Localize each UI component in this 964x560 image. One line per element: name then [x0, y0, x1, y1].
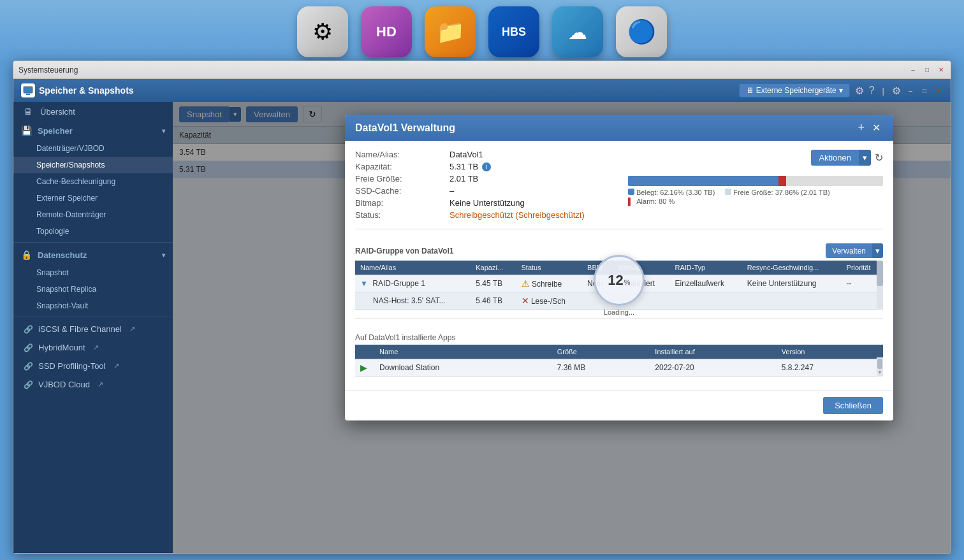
app-titlebar-controls: 🖥 Externe Speichergeräte ▾ ⚙ ? | ⚙ – □ ✕ — [739, 83, 943, 97]
ubersicht-icon: 🖥 — [24, 106, 35, 117]
scroll-indicator[interactable] — [877, 261, 883, 310]
datenschutz-icon: 🔒 — [21, 250, 33, 260]
expand-icon: ▼ — [360, 279, 368, 288]
sidebar-item-hybridmount[interactable]: 🔗 HybridMount ↗ — [13, 338, 173, 357]
window-close-button[interactable]: ✕ — [937, 66, 946, 75]
raid-cap-1: 5.45 TB — [471, 275, 516, 292]
value-ssd: – — [449, 186, 585, 196]
settings-icon[interactable]: ⚙ — [855, 85, 864, 97]
dock-icon-cloud[interactable]: ☁ — [552, 6, 603, 57]
modal-dialog: DataVol1 Verwaltung + ✕ Name/Alias: Data… — [345, 115, 893, 420]
link-icon-ssd: 🔗 — [24, 362, 33, 371]
app-row[interactable]: ▶ Download Station 7.36 MB 2022-07-20 5.… — [355, 359, 883, 377]
modal-close-button[interactable]: ✕ — [870, 122, 883, 134]
window-minimize-button[interactable]: – — [909, 66, 917, 75]
dock-icon-folder[interactable]: 📁 — [425, 6, 476, 57]
loading-circle: 12 % — [594, 255, 645, 306]
info-icon[interactable]: i — [482, 162, 491, 171]
sidebar-sub-speicher-snapshots[interactable]: Speicher/Snapshots — [13, 157, 173, 173]
svg-rect-0 — [24, 87, 33, 93]
info-grid: Name/Alias: DataVol1 Kapazität: 5.31 TB … — [355, 150, 585, 220]
raid-name-1: ▼ RAID-Gruppe 1 — [355, 275, 471, 292]
external-link-icon-iscsi: ↗ — [129, 325, 135, 333]
sidebar-sub-snapshot-replica[interactable]: Snapshot Replica — [13, 281, 173, 298]
dock-icon-settings[interactable]: ⚙ — [297, 6, 348, 57]
capacity-legend: Belegt: 62.16% (3.30 TB) Freie Größe: 37… — [628, 189, 883, 196]
raid-name-2: NAS-Host: 3.5' SAT... — [355, 292, 471, 310]
sep-line-2 — [355, 319, 883, 319]
modal-info-section: Name/Alias: DataVol1 Kapazität: 5.31 TB … — [355, 150, 883, 220]
app-minimize-button[interactable]: – — [906, 86, 915, 95]
value-capacity: 5.31 TB i — [449, 162, 585, 171]
label-free: Freie Größe: — [355, 174, 444, 183]
raid-type-1: Einzellaufwerk — [670, 275, 742, 292]
datenschutz-expand-icon: ▾ — [162, 252, 165, 259]
raid-section-title: RAID-Gruppe von DataVol1 — [355, 247, 453, 255]
scroll-thumb[interactable] — [877, 261, 883, 286]
sidebar-sub-externer[interactable]: Externer Speicher — [13, 190, 173, 206]
loading-text: Loading... — [604, 308, 634, 316]
raid-verwalten-dropdown[interactable]: ▾ — [872, 243, 883, 258]
alarm-line: ▌ Alarm: 80 % — [628, 197, 883, 205]
loading-percent-group: 12 % — [608, 273, 630, 287]
label-name: Name/Alias: — [355, 150, 444, 159]
app-title: Speicher & Snapshots — [39, 85, 734, 96]
dock-icon-monitor[interactable]: 🔵 — [616, 6, 667, 57]
dock-icon-hbs[interactable]: HBS — [488, 6, 539, 57]
aktionen-dropdown-button[interactable]: ▾ — [859, 150, 871, 166]
value-bitmap: Keine Unterstützung — [449, 198, 585, 208]
sidebar-item-ssd[interactable]: 🔗 SSD Profiling-Tool ↗ — [13, 357, 173, 375]
app-maximize-button[interactable]: □ — [920, 86, 929, 95]
dock-bar: ⚙ HD 📁 HBS ☁ 🔵 — [0, 0, 964, 64]
raid-section: RAID-Gruppe von DataVol1 Verwalten ▾ — [355, 243, 883, 310]
app-size-cell: 7.36 MB — [552, 359, 650, 377]
modal-body: Name/Alias: DataVol1 Kapazität: 5.31 TB … — [345, 141, 893, 390]
sidebar-sub-snapshot[interactable]: Snapshot — [13, 264, 173, 281]
apps-col-icon — [355, 345, 374, 359]
modal-right-section: Aktionen ▾ ↻ — [595, 150, 883, 210]
dropdown-arrow-icon: ▾ — [839, 86, 843, 95]
main-settings-icon[interactable]: ⚙ — [892, 85, 901, 97]
sidebar-item-ubersicht[interactable]: 🖥 Übersicht — [13, 102, 173, 121]
sidebar-sub-remote[interactable]: Remote-Datenträger — [13, 206, 173, 223]
raid-verwalten-button[interactable]: Verwalten — [826, 243, 872, 258]
help-icon[interactable]: ? — [869, 85, 875, 96]
capacity-bar-fill — [628, 176, 786, 186]
app-window: Speicher & Snapshots 🖥 Externe Speicherg… — [13, 79, 951, 553]
sidebar-sub-cache[interactable]: Cache-Beschleunigung — [13, 173, 173, 190]
modal-refresh-button[interactable]: ↻ — [875, 152, 883, 164]
external-storage-button[interactable]: 🖥 Externe Speichergeräte ▾ — [739, 83, 850, 97]
aktionen-button[interactable]: Aktionen — [811, 150, 859, 166]
schliessen-button[interactable]: Schließen — [823, 397, 883, 414]
warn-icon: ⚠ — [522, 278, 530, 289]
sidebar-sub-snapshot-vault[interactable]: Snapshot-Vault — [13, 298, 173, 314]
app-title-icon — [21, 83, 35, 97]
sidebar-item-iscsi[interactable]: 🔗 iSCSI & Fibre Channel ↗ — [13, 320, 173, 338]
raid-resync-1: Keine Unterstützung — [742, 275, 842, 292]
capacity-bar — [628, 176, 883, 186]
sidebar-sub-datentriger[interactable]: Datenträger/VJBOD — [13, 140, 173, 157]
app-play-icon: ▶ — [360, 363, 367, 373]
apps-scroll-thumb[interactable] — [877, 359, 882, 369]
modal-add-button[interactable]: + — [858, 121, 865, 134]
sidebar-item-vjbod[interactable]: 🔗 VJBOD Cloud ↗ — [13, 375, 173, 394]
value-name: DataVol1 — [449, 150, 585, 159]
raid-type-2 — [670, 292, 742, 310]
dock-icon-hd[interactable]: HD — [361, 6, 412, 57]
raid-cap-2: 5.46 TB — [471, 292, 516, 310]
link-icon-hybrid: 🔗 — [24, 343, 33, 352]
raid-status-2: ✕ Lese-/Sch — [516, 292, 583, 310]
sidebar-item-speicher[interactable]: 💾 Speicher ▾ — [13, 121, 173, 140]
raid-table-container: Name/Alias Kapazi... Status BBM Bitmap R… — [355, 261, 883, 310]
main-window: Systemsteuerung – □ ✕ Speicher & Snapsho… — [13, 61, 951, 554]
window-maximize-button[interactable]: □ — [923, 66, 931, 75]
sidebar-item-datenschutz[interactable]: 🔒 Datenschutz ▾ — [13, 245, 173, 264]
sidebar-sub-topologie[interactable]: Topologie — [13, 223, 173, 240]
raid-col-kapazi: Kapazi... — [471, 261, 516, 275]
apps-scroll-indicator[interactable]: ▾ — [877, 357, 883, 377]
app-titlebar: Speicher & Snapshots 🖥 Externe Speicherg… — [13, 79, 951, 102]
sidebar-divider-2 — [13, 317, 173, 317]
app-close-button[interactable]: ✕ — [934, 86, 943, 95]
window-titlebar: Systemsteuerung – □ ✕ — [13, 61, 951, 79]
aktionen-group: Aktionen ▾ ↻ — [811, 150, 883, 166]
